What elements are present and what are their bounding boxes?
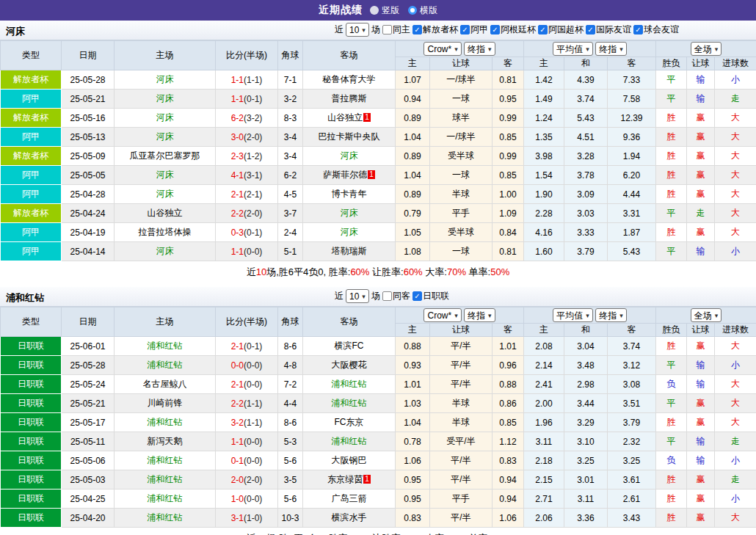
league-badge: 阿甲 — [1, 166, 62, 185]
scope-select[interactable]: 全场▾ — [691, 42, 722, 56]
away-team[interactable]: 横滨水手 — [303, 509, 396, 528]
away-team[interactable]: 博卡青年 — [303, 185, 396, 204]
chevron-down-icon: ▾ — [586, 43, 589, 55]
odds-company-select[interactable]: Crow*▾ — [424, 42, 461, 56]
odds-time-select[interactable]: 终指▾ — [464, 308, 495, 322]
away-team[interactable]: 萨斯菲尔德1 — [303, 166, 396, 185]
odds-home: 0.83 — [396, 509, 430, 528]
home-team[interactable]: 河床 — [115, 109, 216, 128]
home-team[interactable]: 浦和红钻 — [115, 509, 216, 528]
avg-home: 2.14 — [524, 356, 564, 375]
home-team[interactable]: 浦和红钻 — [115, 413, 216, 432]
away-team[interactable]: 横滨FC — [303, 337, 396, 356]
corners-cell: 7-1 — [278, 70, 303, 90]
home-team[interactable]: 河床 — [115, 185, 216, 204]
league-checkbox[interactable]: ✓国际友谊 — [586, 23, 631, 36]
away-team[interactable]: 东京绿茵1 — [303, 470, 396, 489]
odds-time-select[interactable]: 终指▾ — [464, 42, 495, 56]
league-badge: 解放者杯 — [1, 147, 62, 166]
home-team[interactable]: 浦和红钻 — [115, 470, 216, 489]
league-checkbox[interactable]: ✓阿根廷杯 — [490, 23, 536, 36]
match-date: 25-04-20 — [62, 509, 115, 528]
away-team[interactable]: 浦和红钻 — [303, 394, 396, 413]
away-team[interactable]: FC东京 — [303, 413, 396, 432]
home-team[interactable]: 新泻天鹅 — [115, 432, 216, 451]
away-team[interactable]: 河床 — [303, 223, 396, 242]
avg-time-select[interactable]: 终指▾ — [595, 308, 627, 322]
home-team[interactable]: 拉普拉塔体操 — [115, 223, 216, 242]
match-date: 25-06-01 — [62, 337, 115, 356]
away-team[interactable]: 巴拉卡斯中央队 — [303, 128, 396, 147]
league-badge: 日职联 — [1, 413, 62, 432]
odds-away: 0.96 — [493, 356, 524, 375]
result-wdl: 平 — [656, 204, 687, 223]
odds-handicap: 一球 — [430, 166, 493, 185]
odds-home: 1.04 — [396, 413, 430, 432]
result-goals: 走 — [715, 90, 756, 109]
league-checkbox[interactable]: ✓阿甲 — [460, 23, 488, 36]
away-team[interactable]: 浦和红钻 — [303, 375, 396, 394]
home-team[interactable]: 瓜亚基尔巴塞罗那 — [115, 147, 216, 166]
avg-home: 3.98 — [524, 147, 564, 166]
odds-header-group: Crow*▾ 终指▾ — [396, 41, 524, 57]
away-team[interactable]: 秘鲁体育大学 — [303, 70, 396, 90]
away-team[interactable]: 塔勒瑞斯 — [303, 242, 396, 261]
match-count-select[interactable]: 10▾ — [346, 289, 369, 303]
odds-home: 1.03 — [396, 394, 430, 413]
league-checkbox[interactable]: ✓解放者杯 — [412, 23, 458, 36]
home-team[interactable]: 河床 — [115, 166, 216, 185]
same-venue-checkbox[interactable]: 同主 — [382, 23, 410, 36]
away-team[interactable]: 山谷独立1 — [303, 109, 396, 128]
home-team[interactable]: 浦和红钻 — [115, 356, 216, 375]
match-date: 25-05-21 — [62, 394, 115, 413]
home-team[interactable]: 浦和红钻 — [115, 489, 216, 509]
result-wdl: 胜 — [656, 147, 687, 166]
home-team[interactable]: 川崎前锋 — [115, 394, 216, 413]
away-team[interactable]: 河床 — [303, 204, 396, 223]
league-checkbox[interactable]: ✓球会友谊 — [633, 23, 679, 36]
avg-draw: 3.25 — [564, 451, 608, 470]
odds-company-select[interactable]: Crow*▾ — [424, 308, 461, 322]
home-team[interactable]: 河床 — [115, 90, 216, 109]
away-team[interactable]: 广岛三箭 — [303, 489, 396, 509]
avg-time-select[interactable]: 终指▾ — [595, 42, 627, 56]
scope-select[interactable]: 全场▾ — [691, 308, 722, 322]
home-team[interactable]: 河床 — [115, 242, 216, 261]
vertical-layout-radio[interactable]: 竖版 — [370, 4, 399, 17]
away-team[interactable]: 浦和红钻 — [303, 432, 396, 451]
league-checkbox[interactable]: ✓阿国超杯 — [538, 23, 584, 36]
corners-cell: 4-8 — [278, 356, 303, 375]
home-team[interactable]: 浦和红钻 — [115, 451, 216, 470]
avg-select[interactable]: 平均值▾ — [553, 42, 593, 56]
odds-home: 1.01 — [396, 375, 430, 394]
home-team[interactable]: 浦和红钻 — [115, 337, 216, 356]
result-handicap: 输 — [687, 451, 715, 470]
away-team[interactable]: 河床 — [303, 147, 396, 166]
odds-handicap: 平/半 — [430, 470, 493, 489]
record-summary: 近10场,胜5平3负2, 胜率:50% 让胜率:60% 大率:50% 单率:50… — [0, 528, 756, 535]
away-team[interactable]: 大阪钢巴 — [303, 451, 396, 470]
avg-home: 1.54 — [524, 166, 564, 185]
avg-draw: 3.09 — [564, 185, 608, 204]
avg-home: 2.71 — [524, 489, 564, 509]
horizontal-layout-radio[interactable]: 横版 — [408, 4, 437, 17]
home-team[interactable]: 河床 — [115, 128, 216, 147]
same-venue-checkbox[interactable]: 同客 — [382, 290, 410, 302]
odds-away: 0.85 — [493, 166, 524, 185]
league-checkbox[interactable]: ✓日职联 — [412, 290, 449, 302]
away-team[interactable]: 普拉腾斯 — [303, 90, 396, 109]
home-team[interactable]: 名古屋鲸八 — [115, 375, 216, 394]
score-cell: 3-0(2-0) — [216, 128, 278, 147]
match-count-select[interactable]: 10▾ — [346, 23, 369, 37]
col-header-home: 主场 — [115, 41, 216, 70]
home-team[interactable]: 河床 — [115, 70, 216, 90]
match-row: 日职联 25-05-11 新泻天鹅 1-1(0-0) 5-3 浦和红钻 0.78… — [1, 432, 756, 451]
odds-away: 1.09 — [493, 204, 524, 223]
avg-select[interactable]: 平均值▾ — [553, 308, 593, 322]
sub-header: 让球 — [687, 324, 715, 337]
matches-table: 类型 日期 主场 比分(半场) 角球 客场 Crow*▾ 终指▾ 平均值▾ 终指… — [0, 40, 756, 261]
avg-away: 2.61 — [608, 489, 656, 509]
home-team[interactable]: 山谷独立 — [115, 204, 216, 223]
away-team[interactable]: 大阪樱花 — [303, 356, 396, 375]
score-cell: 1-1(0-0) — [216, 242, 278, 261]
